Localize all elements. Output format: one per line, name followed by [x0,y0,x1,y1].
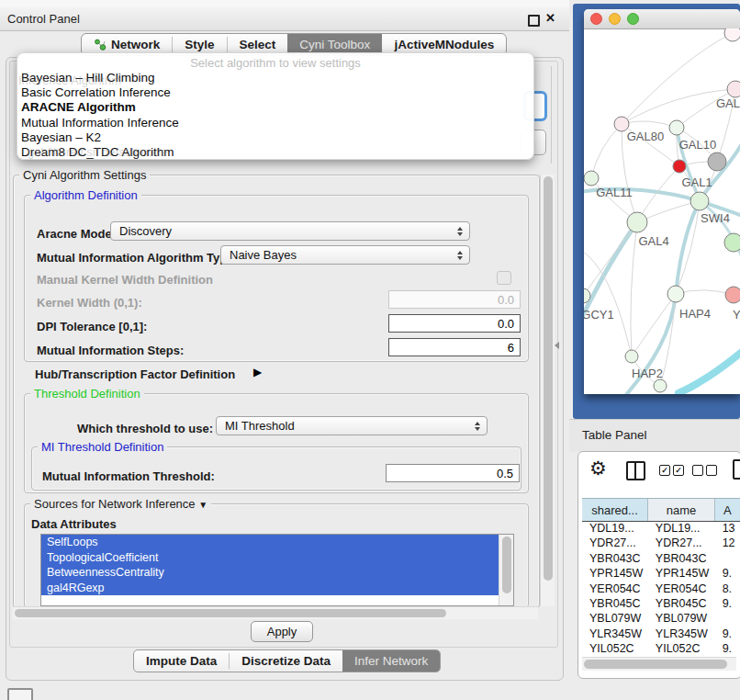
minimized-panel-icon[interactable] [7,688,33,700]
control-panel-titlebar: Control Panel ✕ [0,7,569,31]
mi-threshold-input[interactable]: 0.5 [386,464,520,482]
column-header[interactable]: shared... [582,499,648,521]
hub-section-label[interactable]: Hub/Transcription Factor Definition [35,367,235,381]
algorithm-dropdown: Select algorithm to view settings Bayesi… [17,52,534,160]
settings-horizontal-scrollbar[interactable] [13,606,538,619]
top-strip [0,0,569,7]
network-node-gal10[interactable] [669,120,684,135]
network-edge[interactable] [676,201,700,294]
network-node-hap2[interactable] [625,350,638,363]
split-columns-icon[interactable] [626,461,645,480]
list-vertical-scrollbar[interactable] [499,535,513,605]
table-panel-title: Table Panel [582,428,647,442]
page-icon[interactable] [733,459,740,480]
network-window[interactable]: GALGAL80GAL10GAL1GAL11SWI4GAL4GCY1HAP4YH… [584,9,740,394]
cyni-bottom-tabbar: Impute DataDiscretize DataInfer Network [133,649,441,672]
node-label: GAL4 [638,234,668,248]
table-cell [715,551,740,566]
aracne-mode-select[interactable]: Discovery [110,221,470,241]
minimize-traffic-light[interactable] [609,13,621,25]
algorithm-option[interactable]: Bayesian – K2 [21,130,530,145]
column-header[interactable]: name [648,499,715,521]
node-label: GAL10 [679,138,716,152]
stepper-arrows-icon [457,227,463,236]
mi-steps-input[interactable]: 6 [388,338,521,356]
tab-impute-data[interactable]: Impute Data [134,650,229,672]
node-label: GAL [716,96,740,110]
algorithm-option[interactable]: Basic Correlation Inference [21,85,530,100]
network-canvas[interactable]: GALGAL80GAL10GAL1GAL11SWI4GAL4GCY1HAP4YH… [584,28,740,394]
expand-arrow-icon[interactable]: ▼ [198,500,207,510]
network-node[interactable] [673,160,686,173]
table-row[interactable]: YBR045CYBR045C9. [582,596,740,611]
network-node-y[interactable] [725,287,740,303]
table-row[interactable]: YER054CYER054C8. [582,581,740,596]
tab-infer-network[interactable]: Infer Network [342,650,440,672]
network-edge[interactable] [631,222,637,356]
table-cell: YIL052C [582,641,648,656]
network-node-gal[interactable] [727,81,740,97]
close-icon[interactable]: ✕ [545,11,555,25]
mi-type-select[interactable]: Naive Bayes [220,245,470,265]
mi-steps-label: Mutual Information Steps: [37,344,184,357]
algorithm-option[interactable]: Mutual Information Inference [21,116,530,130]
network-window-titlebar[interactable] [584,9,740,29]
select-all-checkboxes-icon[interactable]: ✓✓ [659,465,684,476]
network-edge[interactable] [622,33,733,124]
dpi-tolerance-input[interactable]: 0.0 [388,314,521,333]
which-threshold-select[interactable]: MI Threshold [216,416,488,435]
network-node[interactable] [724,28,740,41]
manual-kernel-checkbox[interactable] [497,271,511,285]
algorithm-definition-title: Algorithm Definition [30,188,141,202]
splitter-collapse-arrow[interactable] [555,342,559,349]
zoom-traffic-light[interactable] [627,13,639,25]
table-row[interactable]: YLR345WYLR345W9. [582,627,740,641]
settings-vertical-scrollbar[interactable] [540,175,555,606]
table-row[interactable]: YPR145WYPR145W9. [582,566,740,581]
collapse-arrow-icon[interactable]: ▶ [253,366,262,378]
data-attributes-label: Data Attributes [31,517,117,531]
table-cell: 9. [715,566,740,581]
network-edge[interactable] [622,121,677,128]
attribute-list-item[interactable]: gal4RGexp [41,581,513,596]
table-cell: YBR043C [582,551,648,566]
network-edge[interactable] [678,352,740,393]
network-node-gal11[interactable] [584,171,599,186]
column-header[interactable]: A [715,499,740,521]
stepper-arrows-icon [457,251,463,260]
attribute-list-item[interactable]: TopologicalCoefficient [41,550,513,566]
tab-discretize-data[interactable]: Discretize Data [230,650,342,672]
network-node-swi4[interactable] [690,192,709,210]
table-row[interactable]: YIL052CYIL052C9. [582,641,740,656]
network-node[interactable] [724,233,740,252]
network-node[interactable] [708,152,726,171]
which-threshold-label: Which threshold to use: [77,422,213,435]
network-node-hap4[interactable] [667,286,684,302]
deselect-all-checkboxes-icon[interactable] [692,465,717,476]
kernel-width-input[interactable]: 0.0 [388,290,521,309]
network-edge[interactable] [591,124,622,178]
network-node-gal4[interactable] [627,212,647,232]
attribute-list-item[interactable]: SelfLoops [41,535,513,550]
gear-icon[interactable]: ⚙ [589,457,607,480]
occluded-groupbox-border [551,66,552,164]
table-row[interactable]: YBL079WYBL079W [582,611,740,626]
table-cell: 8. [715,581,740,596]
table-row[interactable]: YBR043CYBR043C [582,551,740,566]
algorithm-option[interactable]: ARACNE Algorithm [21,100,530,115]
node-label: HAP4 [679,307,711,321]
threshold-definition-title: Threshold Definition [30,387,144,401]
table-cell: YBR043C [648,551,715,566]
table-horizontal-scrollbar[interactable] [582,657,736,671]
table-row[interactable]: YDL19...YDL19...13 [582,521,740,536]
application-root: Control Panel ✕ NetworkStyleSelectCyni T… [0,0,740,700]
table-row[interactable]: YDR27...YDR27...12 [582,536,740,550]
data-attributes-list[interactable]: SelfLoopsTopologicalCoefficientBetweenne… [40,534,514,606]
close-traffic-light[interactable] [590,13,602,25]
float-icon[interactable] [528,15,540,27]
attribute-list-item[interactable]: BetweennessCentrality [41,565,513,581]
mi-type-value: Naive Bayes [230,248,297,262]
network-node[interactable] [654,379,667,392]
ghost-network-combo-value: gal-filtered sif default node [28,145,167,159]
apply-button[interactable]: Apply [251,621,313,642]
